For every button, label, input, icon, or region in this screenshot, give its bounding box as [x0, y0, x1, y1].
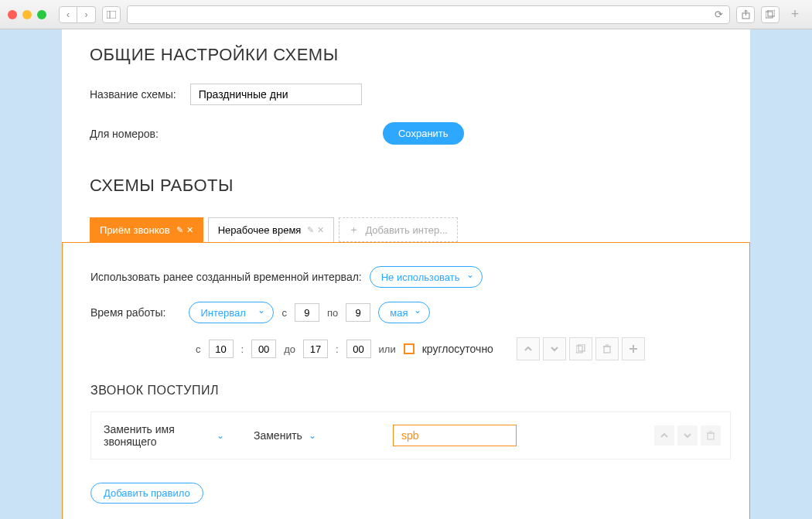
move-down-button[interactable] — [677, 425, 698, 446]
tabs-bar: Приём звонков ✎ ✕ Нерабочее время ✎ ✕ ＋ … — [90, 217, 750, 242]
move-up-button[interactable] — [654, 425, 674, 446]
add-rule-button[interactable]: Добавить правило — [90, 483, 203, 504]
browser-toolbar: ‹ › ⟳ + — [0, 0, 812, 29]
rule-value-input[interactable] — [393, 425, 517, 446]
or-label: или — [379, 343, 396, 355]
time-from-label: с — [196, 343, 201, 355]
plus-icon: ＋ — [349, 223, 359, 237]
month-select[interactable]: мая — [378, 302, 430, 323]
work-time-row: Время работы: Интервал с по мая — [90, 302, 731, 323]
delete-button[interactable] — [595, 337, 619, 360]
general-settings-title: ОБЩИЕ НАСТРОЙКИ СХЕМЫ — [90, 45, 750, 65]
arrow-down-icon — [683, 431, 692, 440]
tabs-button[interactable] — [761, 6, 780, 23]
hour-to-input[interactable] — [303, 340, 328, 358]
edit-icon[interactable]: ✎ — [176, 225, 183, 235]
move-up-button[interactable] — [517, 337, 540, 360]
tabs-icon — [766, 10, 775, 19]
day-from-input[interactable] — [295, 303, 319, 322]
time-range-row: с : до : или круглосуточно — [196, 337, 731, 360]
window-controls — [8, 10, 46, 19]
tab-calls[interactable]: Приём звонков ✎ ✕ — [90, 217, 203, 242]
close-icon[interactable]: ✕ — [186, 225, 193, 235]
scheme-name-label: Название схемы: — [90, 88, 176, 101]
scheme-name-input[interactable] — [190, 84, 362, 105]
rule-action-select[interactable]: Заменить имя звонящего — [101, 420, 240, 451]
time-to-label: до — [284, 343, 295, 355]
maximize-window-icon[interactable] — [37, 10, 46, 19]
colon: : — [241, 343, 244, 355]
use-saved-label: Использовать ранее созданный временной и… — [90, 271, 362, 283]
min-to-input[interactable] — [346, 340, 371, 358]
rule-mode-select[interactable]: Заменить — [251, 426, 382, 445]
plus-icon — [629, 344, 638, 353]
trash-icon — [706, 431, 715, 440]
from-label: с — [281, 307, 287, 319]
svg-rect-8 — [604, 347, 610, 353]
interval-actions — [517, 337, 645, 360]
rule-row: Заменить имя звонящего Заменить — [90, 411, 731, 459]
svg-rect-13 — [708, 433, 714, 439]
all-day-label: круглосуточно — [422, 343, 493, 355]
copy-button[interactable] — [569, 337, 592, 360]
share-button[interactable] — [736, 6, 755, 23]
forward-button[interactable]: › — [77, 6, 96, 23]
arrow-down-icon — [550, 344, 559, 353]
delete-button[interactable] — [701, 425, 721, 446]
minimize-window-icon[interactable] — [22, 10, 32, 19]
sidebar-icon — [107, 11, 116, 19]
tab-label: Приём звонков — [100, 224, 170, 236]
min-from-input[interactable] — [251, 340, 276, 358]
tab-label: Нерабочее время — [218, 224, 302, 236]
tab-offhours[interactable]: Нерабочее время ✎ ✕ — [208, 217, 335, 242]
back-button[interactable]: ‹ — [59, 6, 77, 23]
hour-from-input[interactable] — [209, 340, 234, 358]
work-time-label: Время работы: — [90, 306, 165, 319]
nav-back-forward: ‹ › — [59, 6, 96, 23]
to-label: по — [327, 307, 338, 319]
move-down-button[interactable] — [543, 337, 566, 360]
close-window-icon[interactable] — [8, 10, 17, 19]
save-button[interactable]: Сохранить — [383, 122, 464, 145]
tab-label: Добавить интер... — [365, 224, 448, 236]
colon: : — [336, 343, 339, 355]
interval-select[interactable]: Интервал — [189, 302, 274, 323]
address-bar[interactable]: ⟳ — [127, 5, 730, 24]
all-day-checkbox[interactable] — [404, 343, 415, 354]
close-icon[interactable]: ✕ — [317, 225, 324, 235]
use-saved-interval-row: Использовать ранее созданный временной и… — [90, 266, 731, 288]
work-schemes-title: СХЕМЫ РАБОТЫ — [90, 176, 750, 196]
arrow-up-icon — [660, 431, 669, 440]
arrow-up-icon — [524, 344, 533, 353]
reload-icon[interactable]: ⟳ — [715, 9, 723, 20]
svg-rect-4 — [766, 12, 773, 18]
viewport: ОБЩИЕ НАСТРОЙКИ СХЕМЫ Название схемы: Дл… — [0, 29, 812, 519]
rule-row-actions — [654, 425, 721, 446]
svg-rect-5 — [768, 10, 775, 16]
new-tab-button[interactable]: + — [786, 5, 804, 24]
svg-rect-7 — [578, 344, 585, 351]
interval-panel: Использовать ранее созданный временной и… — [62, 242, 750, 519]
page-content: ОБЩИЕ НАСТРОЙКИ СХЕМЫ Название схемы: Дл… — [62, 29, 750, 519]
day-to-input[interactable] — [346, 303, 370, 322]
scheme-name-row: Название схемы: — [90, 84, 750, 105]
call-received-title: ЗВОНОК ПОСТУПИЛ — [90, 384, 731, 398]
trash-icon — [602, 344, 612, 353]
svg-rect-6 — [576, 346, 582, 353]
for-numbers-row: Для номеров: Сохранить — [90, 122, 750, 145]
tab-add-interval[interactable]: ＋ Добавить интер... — [339, 217, 458, 242]
copy-icon — [576, 344, 585, 353]
share-icon — [742, 10, 750, 19]
add-button[interactable] — [622, 337, 645, 360]
sidebar-button[interactable] — [102, 6, 121, 23]
use-saved-select[interactable]: Не использовать — [370, 266, 483, 288]
svg-rect-0 — [107, 11, 116, 19]
edit-icon[interactable]: ✎ — [307, 225, 314, 235]
for-numbers-label: Для номеров: — [90, 128, 159, 140]
